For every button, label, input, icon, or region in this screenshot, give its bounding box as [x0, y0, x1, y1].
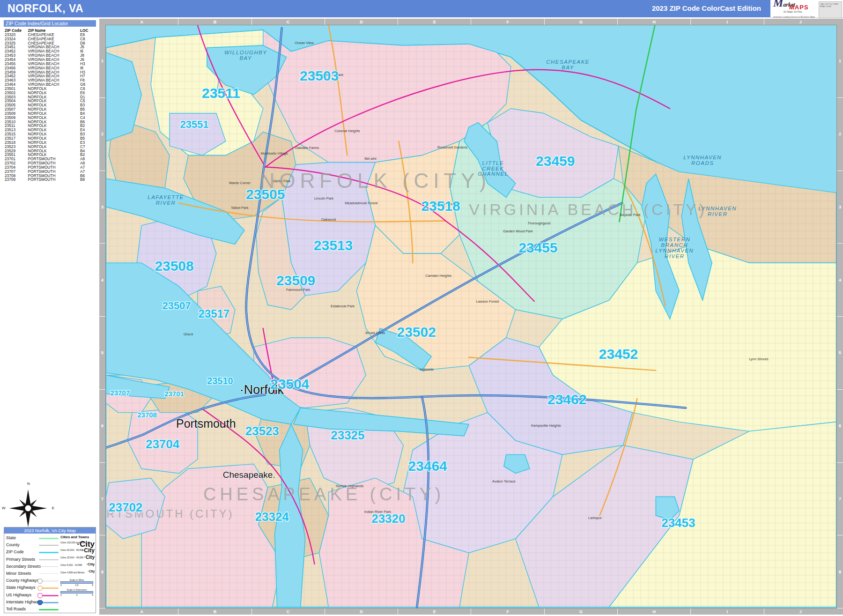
place-label: Larkspur: [588, 516, 602, 520]
legend-item-label: Primary Streets: [6, 557, 35, 562]
legend-item: Primary Streets: [4, 556, 59, 563]
place-label: Fairmount Park: [286, 288, 310, 292]
legend-item: State Highways: [4, 584, 59, 591]
grid-letter-C: C: [252, 609, 325, 615]
city-area-label: VIRGINIA BEACH (CITY): [469, 200, 707, 218]
place-label: Lynn Shores: [749, 357, 769, 361]
compass-north-label: N: [27, 482, 30, 486]
town-label: Portsmouth: [176, 417, 236, 430]
grid-number-5: 5: [99, 317, 105, 390]
place-label: Lawson Forest: [476, 299, 499, 304]
zip-code-label-23453: 23453: [661, 516, 695, 529]
zip-code-label-23503: 23503: [300, 68, 339, 83]
zip-code-label-23507: 23507: [162, 300, 191, 312]
map-legend: 2023 Norfolk, VA City Map StateCountyZIP…: [4, 527, 96, 613]
legend-item: US Highways: [4, 592, 59, 599]
zip-code-label-23702: 23702: [109, 501, 142, 514]
city-class-label: Cities 50,000 - 99,999: [60, 549, 83, 551]
legend-item-label: State: [6, 535, 16, 540]
legend-line-swatch: [39, 609, 59, 610]
grid-number-7: 7: [99, 463, 105, 536]
water-label: LYNNHAVENROADS: [683, 155, 722, 166]
zip-code-label-23462: 23462: [547, 392, 586, 407]
legend-item-label: Secondary Streets: [6, 564, 41, 569]
city-class-label: Cities 4,999 and Below: [60, 571, 84, 574]
zip-code-label-23551: 23551: [180, 119, 208, 130]
logo-tagline: On Target. On Time.: [784, 10, 820, 15]
grid-letter-I: I: [691, 19, 764, 25]
interstate-highway-shield-icon: [37, 600, 43, 605]
page-title: NORFOLK, VA: [7, 2, 83, 15]
legend-line-swatch: [39, 552, 59, 553]
zip-code-label-23464: 23464: [408, 458, 448, 474]
legend-cities-column: Cities and Towns Cities 100,000 and Abov…: [59, 534, 95, 596]
zip-index-table: ZIP CodeZIP NameLOC 23320CHESAPEAKEE8233…: [5, 29, 95, 182]
logo-maps: MAPS: [789, 5, 820, 10]
grid-number-4: 4: [837, 244, 843, 317]
grid-number-1: 1: [837, 25, 843, 98]
scale-kilometers: Scale in Kilometers 036: [60, 588, 93, 596]
zip-code-label-23707: 23707: [110, 389, 130, 397]
zip-code-label-23518: 23518: [421, 198, 460, 214]
title-bar: NORFOLK, VA 2023 ZIP Code ColorCast Edit…: [0, 0, 770, 17]
legend-item: Interstate Highways: [4, 599, 59, 606]
grid-letter-E: E: [398, 19, 471, 25]
zip-code-label-23511: 23511: [202, 85, 240, 101]
place-label: Monticello Village: [261, 151, 288, 156]
city-sample-text: ·City: [86, 562, 95, 566]
city-area-label: NORFOLK (CITY): [260, 169, 491, 192]
legend-item-label: ZIP Code: [6, 549, 24, 554]
state-highway-shield-icon: [37, 586, 43, 591]
sidebar: ZIP Code Index/Grid Locator ZIP CodeZIP …: [0, 17, 99, 616]
zip-code-cell: 23709: [5, 178, 28, 182]
place-label: Broad Creek: [365, 331, 385, 335]
grid-letter-H: H: [618, 609, 691, 615]
legend-item-label: County Highways: [6, 578, 39, 583]
legend-line-swatch: [39, 538, 59, 539]
legend-item: State: [4, 534, 59, 542]
zip-code-label-23704: 23704: [146, 438, 180, 451]
grid-letter-D: D: [325, 19, 398, 25]
grid-letter-D: D: [325, 609, 398, 615]
grid-number-7: 7: [837, 463, 843, 536]
grid-numbers-left: 12345678: [99, 25, 105, 609]
loc-cell: B8: [80, 178, 95, 182]
grid-numbers-right: 12345678: [837, 25, 843, 609]
zip-code-label-23708: 23708: [137, 411, 157, 419]
zip-code-label-23508: 23508: [155, 258, 193, 274]
grid-number-6: 6: [99, 390, 105, 463]
city-class-label: Cities 5,000 - 24,999: [60, 564, 82, 566]
place-label: Ghent: [184, 332, 193, 336]
city-sample-text: ·City: [84, 555, 95, 560]
table-row: 23709PORTSMOUTHB8: [5, 178, 95, 182]
map-frame: ABCDEFGHIJ ABCDEFGHIJ 12345678 12345678 …: [99, 19, 843, 615]
grid-number-1: 1: [99, 25, 105, 98]
zip-code-label-23505: 23505: [246, 186, 285, 202]
compass-rose: N S W E: [6, 486, 51, 531]
grid-letter-I: I: [691, 609, 764, 615]
grid-letter-A: A: [105, 19, 178, 25]
grid-letter-G: G: [545, 609, 618, 615]
map-canvas: Ocean ViewWilloughby TerraceMonticello V…: [105, 25, 837, 609]
water-label: LITTLECREEKCHANNEL: [478, 160, 508, 177]
legend-line-items: StateCountyZIP CodePrimary StreetsSecond…: [4, 534, 59, 613]
place-label: Roosevelt Gardens: [437, 145, 467, 149]
scale-miles: Scale in Miles 02.55: [60, 579, 93, 586]
legend-line-swatch: [39, 545, 59, 546]
place-label: Thoroughgood: [527, 221, 550, 225]
grid-letter-A: A: [105, 609, 178, 615]
place-label: Garden Wood Park: [503, 229, 533, 233]
place-label: Kempsville Heights: [531, 423, 561, 428]
place-label: Colonial Heights: [334, 129, 360, 133]
logo-m-glyph: M: [773, 0, 783, 9]
place-label: Wards Corner: [229, 181, 251, 185]
legend-city-classes: Cities 100,000 and Above·CityCities 50,0…: [59, 539, 95, 577]
grid-letter-E: E: [398, 609, 471, 615]
grid-number-3: 3: [837, 171, 843, 244]
city-class-label: Cities 25,000 - 49,999: [60, 556, 83, 559]
grid-number-4: 4: [99, 244, 105, 317]
legend-item: County Highways: [4, 577, 59, 584]
us-highway-shield-icon: [37, 593, 43, 598]
zip-code-label-23701: 23701: [164, 390, 184, 398]
legend-item-label: State Highways: [6, 585, 36, 590]
